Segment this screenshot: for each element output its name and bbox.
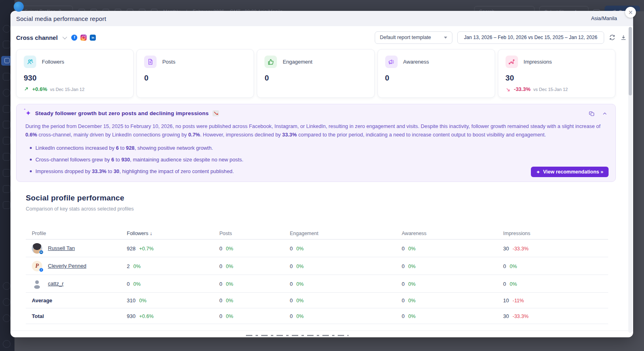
hashtag-icon[interactable] <box>3 105 10 113</box>
home-icon[interactable] <box>3 25 10 33</box>
profile-link[interactable]: cattz_r <box>48 281 64 287</box>
profile-link[interactable]: Cleverly Penned <box>48 263 86 269</box>
megaphone-icon[interactable] <box>3 41 10 48</box>
column-header-engagement[interactable]: Engagement <box>290 231 402 236</box>
select-profiles-dropdown[interactable]: Select Profiles 3 <box>19 6 73 11</box>
metric-value: 0 <box>144 74 246 83</box>
profile-performance-table: Profile Followers ↓ Posts Engagement Awa… <box>26 227 608 324</box>
section-subtitle: Comparison of key stats across selected … <box>26 206 134 212</box>
scrollbar-thumb[interactable] <box>629 27 632 95</box>
cell-value: 0 <box>503 263 506 269</box>
app-logo[interactable] <box>14 2 24 12</box>
cell-value: 0 <box>219 297 222 304</box>
channel-selector[interactable]: Cross channel f in <box>16 34 96 41</box>
cell-percent: +0.7% <box>139 246 154 252</box>
timezone-label: Asia/Manila <box>591 16 617 21</box>
bell-icon[interactable] <box>3 298 10 306</box>
cell-percent: 0% <box>296 281 303 287</box>
cell-percent: 0% <box>408 298 415 304</box>
modal-title: Social media performance report <box>16 15 106 22</box>
profile-link[interactable]: Russell Tan <box>48 245 75 251</box>
copy-icon[interactable] <box>589 111 595 117</box>
section-divider <box>10 330 633 331</box>
cell-percent: +0.6% <box>139 314 154 319</box>
media-icon[interactable] <box>3 73 10 81</box>
user-avatar-icon[interactable] <box>3 340 10 348</box>
metric-label: Impressions <box>524 59 552 65</box>
download-button[interactable] <box>620 34 627 41</box>
cell-value: 930 <box>127 313 136 319</box>
insight-title: Steady follower growth but zero posts an… <box>35 110 208 116</box>
report-template-select[interactable]: Default report template <box>375 31 452 44</box>
cell-value: 310 <box>127 297 136 304</box>
card-icon[interactable] <box>3 169 10 177</box>
report-modal: ✕ Social media performance report Asia/M… <box>10 11 633 337</box>
cell-percent: 0% <box>510 264 517 269</box>
linkedin-icon[interactable]: in <box>90 35 96 41</box>
star-icon[interactable] <box>3 137 10 145</box>
modal-scrollbar[interactable] <box>628 27 632 333</box>
sort-desc-icon: ↓ <box>150 231 152 236</box>
sliders-icon[interactable] <box>3 121 10 128</box>
metric-delta-note: vs Dec 15-Jan 12 <box>50 87 85 92</box>
report-template-value: Default report template <box>380 35 431 40</box>
plus-circle-icon[interactable] <box>3 282 10 290</box>
metric-card-impressions: Impressions 30 -33.3% vs Dec 15-Jan 12 <box>498 49 615 98</box>
column-header-profile[interactable]: Profile <box>32 231 127 236</box>
metric-card-posts: Posts 0 <box>136 49 254 98</box>
metric-label: Awareness <box>403 59 429 65</box>
tasks-icon[interactable] <box>3 153 10 161</box>
cell-value: 0 <box>402 313 405 319</box>
facebook-badge-icon: f <box>39 268 43 272</box>
briefcase-icon[interactable] <box>3 185 10 193</box>
instagram-icon[interactable] <box>80 35 87 41</box>
cell-percent: -33.3% <box>512 314 528 319</box>
download-icon <box>620 34 627 41</box>
cell-value: 2 <box>127 263 130 269</box>
cell-percent: 0% <box>226 298 233 304</box>
cell-value: 0 <box>503 281 506 287</box>
chevron-down-icon <box>63 35 67 39</box>
cell-value: 0 <box>290 297 293 304</box>
chevron-up-icon[interactable] <box>602 111 607 116</box>
metric-label: Posts <box>162 59 175 65</box>
metric-label: Followers <box>42 59 64 65</box>
chat-icon[interactable] <box>3 89 10 97</box>
refresh-icon <box>609 34 615 41</box>
column-header-posts[interactable]: Posts <box>219 231 290 236</box>
cell-value: 0 <box>290 246 293 252</box>
cell-percent: 0% <box>226 246 233 252</box>
cell-percent: 0% <box>226 264 233 269</box>
metric-delta: -33.3% <box>514 86 530 92</box>
table-summary-row: Average 3100% 00% 00% 00% 10-11% <box>26 293 608 308</box>
avatar: Pf <box>32 261 42 271</box>
metric-value: 0 <box>264 74 367 83</box>
insight-bullet: Impressions dropped by 33.3% to 30, high… <box>25 168 607 174</box>
section-title: Social profile performance <box>26 194 124 202</box>
cell-value: 0 <box>402 281 405 287</box>
column-header-awareness[interactable]: Awareness <box>402 231 503 236</box>
facebook-icon[interactable]: f <box>71 35 77 41</box>
ai-sparkle-icon: ✦ <box>25 110 31 117</box>
close-button[interactable]: ✕ <box>625 7 636 18</box>
insight-bullet: LinkedIn connections increased by 6 to 9… <box>25 145 607 151</box>
cell-percent: 0% <box>296 314 303 319</box>
modal-header: Social media performance report Asia/Man… <box>10 11 633 26</box>
cell-percent: 0% <box>139 298 147 304</box>
default-avatar-icon <box>32 279 42 289</box>
column-header-impressions[interactable]: Impressions <box>503 231 608 236</box>
refresh-button[interactable] <box>609 34 615 41</box>
cell-percent: 0% <box>296 264 303 269</box>
date-range-picker[interactable]: Jan 13, 2026 – Feb 10, 2026 vs Dec 15, 2… <box>457 31 604 44</box>
table-row: in Russell Tan 928+0.7% 00% 00% 00% 30-3… <box>26 240 608 257</box>
share-icon[interactable] <box>3 201 10 209</box>
help-icon[interactable] <box>3 314 10 322</box>
cell-value: 0 <box>290 263 293 269</box>
metric-value: 30 <box>506 74 608 83</box>
dimmed-app-toolbar: Select Profiles 3 Monthly / February 202… <box>0 0 644 11</box>
cell-value: 0 <box>402 297 405 304</box>
view-recommendations-button[interactable]: ✦ View recommendations » <box>531 167 609 177</box>
summary-label: Total <box>32 313 127 319</box>
column-header-followers[interactable]: Followers ↓ <box>127 231 219 236</box>
cell-value: 0 <box>402 263 405 269</box>
